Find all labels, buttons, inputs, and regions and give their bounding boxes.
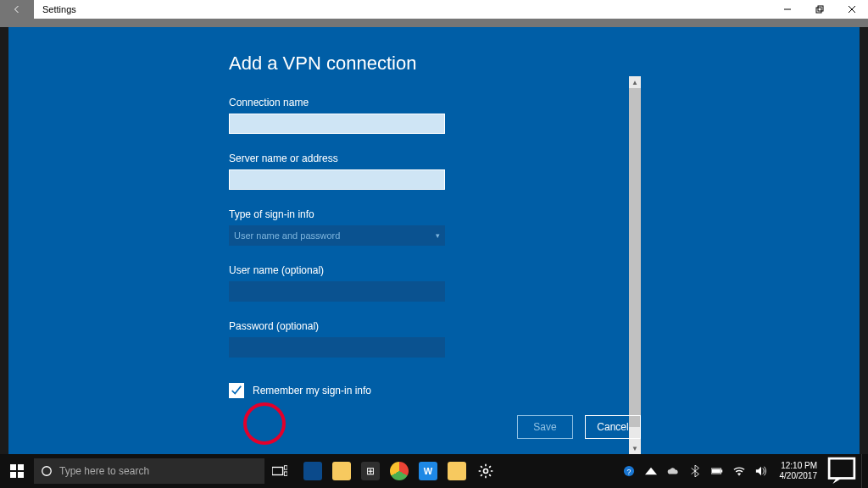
task-view-button[interactable]	[264, 454, 295, 488]
app-chrome[interactable]	[385, 454, 414, 488]
windows-logo-icon	[10, 464, 24, 478]
scroll-track[interactable]	[629, 88, 641, 442]
username-input[interactable]	[229, 281, 445, 302]
store-icon: ⊞	[361, 462, 380, 480]
server-input[interactable]	[229, 169, 445, 190]
taskbar-clock[interactable]: 12:10 PM 4/20/2017	[775, 461, 823, 481]
remember-row: Remember my sign-in info	[229, 383, 653, 398]
close-button[interactable]	[836, 0, 868, 19]
task-view-icon	[272, 463, 287, 479]
wifi-icon	[733, 465, 745, 477]
folder-icon	[332, 462, 351, 480]
app-edge[interactable]	[298, 454, 327, 488]
field-username: User name (optional)	[229, 264, 653, 302]
desktop: Settings Add a VPN connection Connection…	[0, 0, 868, 488]
svg-rect-1	[816, 8, 821, 13]
inactive-strip	[0, 19, 868, 27]
app-settings[interactable]	[471, 454, 500, 488]
svg-rect-17	[721, 469, 722, 472]
tray-volume[interactable]	[753, 454, 770, 488]
restore-button[interactable]	[804, 0, 836, 19]
cloud-icon	[667, 465, 679, 477]
dialog-content: Add a VPN connection Connection name Ser…	[229, 53, 653, 398]
server-label: Server name or address	[229, 152, 653, 164]
scroll-down-icon[interactable]: ▼	[629, 442, 641, 454]
svg-rect-6	[18, 464, 24, 470]
volume-icon	[755, 465, 767, 477]
password-label: Password (optional)	[229, 320, 653, 332]
connection-name-input[interactable]	[229, 114, 445, 134]
svg-rect-11	[284, 466, 287, 470]
app-wps[interactable]: W	[414, 454, 442, 488]
svg-rect-12	[284, 472, 287, 476]
system-tray: ? 12:10 PM 4/20/2017	[620, 454, 869, 488]
action-center-button[interactable]	[827, 454, 856, 488]
app-file-explorer[interactable]	[327, 454, 356, 488]
chrome-icon	[390, 462, 409, 480]
svg-rect-5	[10, 464, 16, 470]
svg-rect-20	[829, 458, 854, 478]
taskbar-search[interactable]: Type here to search	[34, 458, 264, 484]
chevron-up-icon	[645, 465, 657, 477]
svg-rect-10	[272, 468, 283, 475]
arrow-left-icon	[12, 4, 22, 14]
tray-onedrive[interactable]	[665, 454, 682, 488]
annotation-circle	[243, 402, 286, 445]
dialog-buttons: Save Cancel	[517, 415, 641, 439]
tray-help[interactable]: ?	[620, 454, 637, 488]
search-placeholder: Type here to search	[59, 465, 149, 477]
field-connection-name: Connection name	[229, 97, 653, 134]
check-icon	[231, 385, 242, 396]
field-password: Password (optional)	[229, 320, 653, 358]
remember-checkbox[interactable]	[229, 383, 244, 398]
signin-type-value: User name and password	[234, 230, 340, 241]
connection-name-label: Connection name	[229, 97, 653, 108]
minimize-button[interactable]	[771, 0, 804, 19]
scroll-up-icon[interactable]: ▲	[629, 76, 641, 88]
svg-point-19	[738, 474, 740, 476]
scroll-thumb[interactable]	[629, 88, 641, 427]
svg-rect-7	[10, 472, 16, 478]
close-icon	[848, 5, 856, 14]
signin-type-label: Type of sign-in info	[229, 208, 653, 220]
app-explorer-window[interactable]	[442, 454, 471, 488]
window-titlebar: Settings	[0, 0, 868, 19]
restore-icon	[815, 5, 824, 14]
signin-type-select[interactable]: User name and password ▾	[229, 225, 445, 246]
field-signin-type: Type of sign-in info User name and passw…	[229, 208, 653, 246]
chevron-down-icon: ▾	[436, 231, 440, 240]
cancel-button[interactable]: Cancel	[585, 415, 641, 439]
folder-icon	[448, 462, 466, 480]
clock-time: 12:10 PM	[780, 461, 818, 471]
clock-date: 4/20/2017	[780, 471, 818, 481]
wps-icon: W	[419, 462, 437, 480]
app-store[interactable]: ⊞	[356, 454, 385, 488]
svg-point-13	[484, 469, 488, 474]
taskbar-apps: ⊞ W	[298, 454, 500, 488]
window-controls	[771, 0, 868, 19]
password-input[interactable]	[229, 337, 445, 358]
save-button[interactable]: Save	[517, 415, 573, 439]
vpn-dialog: Add a VPN connection Connection name Ser…	[8, 27, 860, 454]
bluetooth-icon	[689, 465, 701, 477]
edge-icon	[303, 462, 322, 480]
dialog-scrollbar[interactable]: ▲ ▼	[629, 76, 641, 454]
tray-bluetooth[interactable]	[687, 454, 704, 488]
page-title: Add a VPN connection	[229, 53, 653, 75]
gear-icon	[477, 463, 494, 480]
tray-wifi[interactable]	[731, 454, 748, 488]
help-icon: ?	[623, 465, 635, 477]
field-server: Server name or address	[229, 152, 653, 190]
tray-chevron[interactable]	[643, 454, 659, 488]
show-desktop-button[interactable]	[861, 454, 865, 488]
start-button[interactable]	[0, 454, 34, 488]
tray-battery[interactable]	[709, 454, 726, 488]
svg-rect-18	[711, 469, 720, 474]
back-button[interactable]	[0, 0, 34, 19]
remember-label: Remember my sign-in info	[253, 385, 371, 396]
window-title: Settings	[34, 4, 76, 14]
svg-rect-8	[18, 472, 24, 478]
svg-point-9	[42, 467, 52, 476]
taskbar: Type here to search ⊞ W ? 12:10 PM	[0, 454, 868, 488]
minimize-icon	[783, 5, 792, 14]
